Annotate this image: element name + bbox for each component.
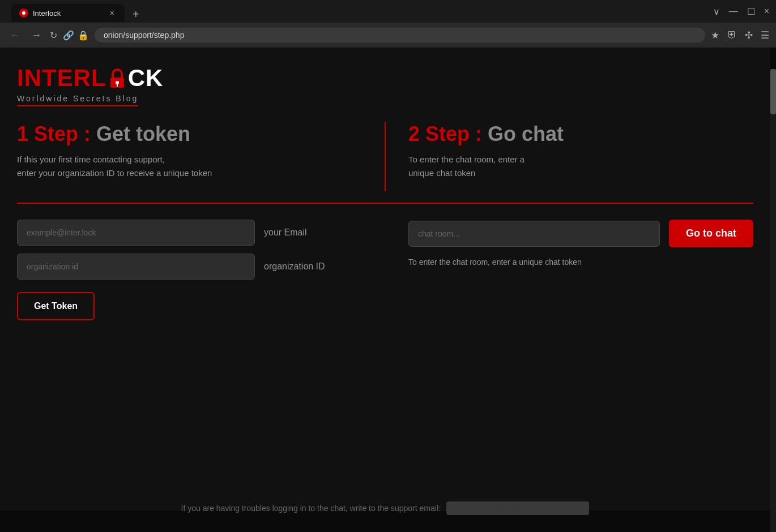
refresh-button[interactable]: ↻ <box>50 30 57 41</box>
tab-title: Interlock <box>33 9 61 18</box>
menu-icon[interactable]: ☰ <box>761 29 769 41</box>
chat-token-row: Go to chat <box>408 220 753 247</box>
new-tab-button[interactable]: + <box>128 7 144 22</box>
forms-container: your Email organization ID Get Token Go … <box>17 220 753 320</box>
step1-heading: 1 Step : Get token <box>17 122 362 146</box>
tab-favicon <box>19 8 28 18</box>
step2-title: Go chat <box>488 122 564 145</box>
section-separator <box>17 203 753 204</box>
logo-area: INTER L CK Worldwide Secrets Blog <box>17 65 753 106</box>
extensions-icon[interactable]: ✣ <box>745 29 753 41</box>
logo-inter: INTER <box>17 65 91 92</box>
form-step1: your Email organization ID Get Token <box>17 220 362 320</box>
get-token-button[interactable]: Get Token <box>17 292 95 320</box>
bookmark-icon[interactable]: ★ <box>711 29 719 41</box>
steps-divider <box>385 122 386 191</box>
logo-lock-icon <box>107 67 127 89</box>
email-label: your Email <box>264 228 332 238</box>
email-row: your Email <box>17 220 362 246</box>
window-controls: ∨ — ☐ × <box>713 6 769 17</box>
step1-number: 1 <box>17 122 28 145</box>
maximize-button[interactable]: ☐ <box>747 6 755 17</box>
step1-label: Step <box>34 122 84 145</box>
browser-chrome: Interlock × + ∨ — ☐ × ← → ↻ 🔗 🔒 ★ ⛨ ✣ ☰ <box>0 0 776 48</box>
address-input[interactable] <box>95 28 705 42</box>
active-tab[interactable]: Interlock × <box>11 4 125 22</box>
support-email: redacted@email.com <box>446 501 590 515</box>
scrollbar[interactable] <box>770 69 776 532</box>
extension-icon-1[interactable]: 🔗 <box>63 30 74 41</box>
step2-description: To enter the chat room, enter a unique c… <box>408 153 753 180</box>
scrollbar-thumb[interactable] <box>770 69 776 114</box>
chat-note: To enter the chat room, enter a unique c… <box>408 258 753 267</box>
step1-title: Get token <box>96 122 190 145</box>
back-button[interactable]: ← <box>7 29 23 41</box>
go-to-chat-button[interactable]: Go to chat <box>669 220 753 247</box>
minimize-button[interactable]: — <box>729 6 738 16</box>
step2-number: 2 <box>408 122 420 145</box>
logo-ck: CK <box>128 65 164 92</box>
step2-colon: : <box>475 122 488 145</box>
step2-heading: 2 Step : Go chat <box>408 122 753 146</box>
step2-label: Step <box>425 122 475 145</box>
org-row: organization ID <box>17 254 362 280</box>
toolbar-icons: 🔗 🔒 <box>63 30 89 41</box>
step1-section: 1 Step : Get token If this your first ti… <box>17 122 362 191</box>
get-token-row: Get Token <box>17 288 362 320</box>
org-label: organization ID <box>264 261 332 272</box>
logo-subtitle: Worldwide Secrets Blog <box>17 94 138 106</box>
logo-l: L <box>91 65 106 92</box>
steps-headings: 1 Step : Get token If this your first ti… <box>17 122 753 191</box>
bottom-note: If you are having troubles logging in to… <box>0 501 770 515</box>
tab-close-button[interactable]: × <box>108 7 117 19</box>
close-button[interactable]: × <box>764 6 769 16</box>
org-input[interactable] <box>17 254 255 280</box>
forward-button[interactable]: → <box>28 29 44 41</box>
form-divider <box>385 220 386 320</box>
logo: INTER L CK <box>17 65 753 92</box>
address-bar-row: ← → ↻ 🔗 🔒 ★ ⛨ ✣ ☰ <box>0 23 776 48</box>
more-menu-icon[interactable]: ∨ <box>713 6 720 17</box>
tab-bar: Interlock × + <box>7 1 148 22</box>
step1-colon: : <box>84 122 96 145</box>
browser-action-icons: ★ ⛨ ✣ ☰ <box>711 29 769 41</box>
step1-description: If this your first time contacting suppo… <box>17 153 362 180</box>
page-content: INTER L CK Worldwide Secrets Blog 1 Step… <box>0 48 770 510</box>
step2-section: 2 Step : Go chat To enter the chat room,… <box>408 122 753 191</box>
title-bar: Interlock × + ∨ — ☐ × <box>0 0 776 23</box>
shield-icon[interactable]: ⛨ <box>727 29 737 41</box>
bottom-note-text: If you are having troubles logging in to… <box>181 504 441 513</box>
email-input[interactable] <box>17 220 255 246</box>
form-step2: Go to chat To enter the chat room, enter… <box>408 220 753 320</box>
svg-point-1 <box>116 81 119 84</box>
extension-icon-2[interactable]: 🔒 <box>78 30 89 41</box>
chat-token-input[interactable] <box>408 221 660 247</box>
